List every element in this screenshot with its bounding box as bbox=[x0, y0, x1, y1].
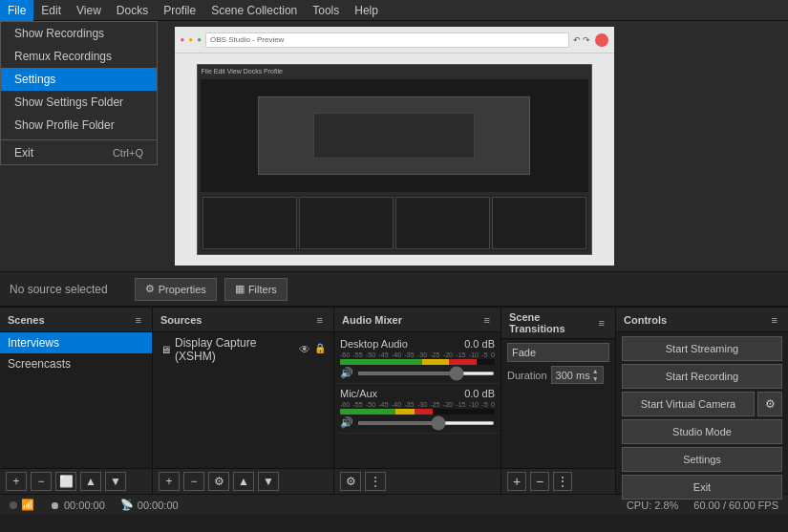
menu-view[interactable]: View bbox=[69, 0, 109, 21]
scenes-panel-config-btn[interactable]: ≡ bbox=[133, 313, 144, 327]
desktop-volume-slider[interactable] bbox=[357, 372, 495, 375]
mic-audio-bar bbox=[340, 409, 433, 415]
dropdown-show-profile-folder[interactable]: Show Profile Folder bbox=[1, 114, 157, 137]
filter-icon: ▦ bbox=[235, 283, 245, 295]
inner-obs-preview bbox=[201, 79, 588, 191]
audio-channels: Desktop Audio 0.0 dB -60-55-50-45-40-35-… bbox=[334, 332, 500, 468]
duration-down-btn[interactable]: ▼ bbox=[592, 375, 599, 382]
sources-up-btn[interactable]: ▲ bbox=[233, 472, 254, 491]
audio-panel-config-btn[interactable]: ≡ bbox=[481, 313, 493, 327]
studio-mode-button[interactable]: Studio Mode bbox=[622, 419, 782, 444]
preview-nav-btn: ↶ ↷ bbox=[573, 35, 591, 45]
scenes-list: Interviews Screencasts bbox=[0, 332, 152, 468]
audio-channel-mic: Mic/Aux 0.0 dB -60-55-50-45-40-35-30-25-… bbox=[334, 384, 500, 434]
inner-obs-panels bbox=[201, 195, 588, 251]
lock-icon[interactable]: 🔒 bbox=[314, 343, 326, 356]
cpu-usage: CPU: 2.8% bbox=[627, 500, 678, 511]
controls-config-btn[interactable]: ≡ bbox=[769, 313, 780, 327]
audio-panel-header: Audio Mixer ≡ bbox=[334, 308, 500, 332]
transition-remove-btn[interactable]: − bbox=[530, 472, 549, 491]
file-dropdown: Show Recordings Remux Recordings Setting… bbox=[0, 21, 158, 165]
sources-footer: + − ⚙ ▲ ▼ bbox=[153, 468, 333, 494]
virtual-camera-settings-btn[interactable]: ⚙ bbox=[757, 392, 782, 416]
preview-url-bar: OBS Studio - Preview bbox=[205, 32, 569, 48]
dropdown-exit[interactable]: Exit Ctrl+Q bbox=[1, 139, 157, 164]
scene-transitions-panel: Scene Transitions ≡ Fade Cut Swipe Slide… bbox=[501, 308, 616, 494]
monitor-icon: 🖥 bbox=[160, 344, 171, 355]
dropdown-remux-recordings[interactable]: Remux Recordings bbox=[1, 45, 157, 68]
network-status-dot bbox=[10, 501, 17, 509]
menu-tools[interactable]: Tools bbox=[305, 0, 347, 21]
settings-button[interactable]: Settings bbox=[622, 447, 782, 472]
scenes-filter-btn[interactable]: ⬜ bbox=[55, 472, 76, 491]
sources-down-btn[interactable]: ▼ bbox=[258, 472, 279, 491]
sources-settings-btn[interactable]: ⚙ bbox=[208, 472, 229, 491]
controls-panel-header: Controls ≡ bbox=[616, 308, 788, 332]
transition-type-select[interactable]: Fade Cut Swipe Slide bbox=[507, 343, 609, 362]
scenes-add-btn[interactable]: + bbox=[6, 472, 27, 491]
sources-panel-header: Sources ≡ bbox=[153, 308, 333, 332]
mic-mute-btn[interactable]: 🔊 bbox=[340, 416, 353, 429]
audio-channel-desktop: Desktop Audio 0.0 dB -60-55-50-45-40-35-… bbox=[334, 334, 500, 384]
properties-bar: No source selected ⚙ Properties ▦ Filter… bbox=[0, 272, 788, 307]
preview-browser-bar: ●●● OBS Studio - Preview ↶ ↷ bbox=[175, 27, 614, 53]
filters-button[interactable]: ▦ Filters bbox=[224, 278, 288, 301]
desktop-mute-btn[interactable]: 🔊 bbox=[340, 367, 353, 379]
sources-panel-config-btn[interactable]: ≡ bbox=[314, 313, 326, 327]
menu-file[interactable]: File bbox=[0, 0, 33, 21]
duration-up-btn[interactable]: ▲ bbox=[592, 368, 599, 374]
desktop-audio-meter bbox=[340, 359, 495, 365]
network-status: 📶 bbox=[10, 499, 34, 511]
recording-time-icon: ⏺ bbox=[50, 500, 60, 511]
sources-add-btn[interactable]: + bbox=[159, 472, 180, 491]
controls-buttons: Start Streaming Start Recording Start Vi… bbox=[616, 332, 788, 503]
transition-add-btn[interactable]: + bbox=[507, 472, 526, 491]
transitions-footer: + − ⋮ bbox=[501, 468, 615, 494]
menubar: File Edit View Docks Profile Scene Colle… bbox=[0, 0, 788, 21]
scenes-up-btn[interactable]: ▲ bbox=[80, 472, 101, 491]
streaming-time: 📡 00:00:00 bbox=[120, 499, 179, 511]
menu-help[interactable]: Help bbox=[347, 0, 386, 21]
transitions-panel-header: Scene Transitions ≡ bbox=[501, 308, 615, 339]
scene-item-interviews[interactable]: Interviews bbox=[0, 332, 152, 353]
scenes-down-btn[interactable]: ▼ bbox=[105, 472, 126, 491]
properties-button[interactable]: ⚙ Properties bbox=[135, 278, 217, 301]
transition-menu-btn[interactable]: ⋮ bbox=[553, 472, 572, 491]
gear-icon: ⚙ bbox=[145, 283, 155, 295]
audio-menu-btn[interactable]: ⋮ bbox=[365, 472, 386, 491]
preview-window: ●●● OBS Studio - Preview ↶ ↷ File Edit V… bbox=[175, 27, 614, 266]
menu-profile[interactable]: Profile bbox=[156, 0, 203, 21]
eye-icon[interactable]: 👁 bbox=[299, 343, 310, 356]
menu-edit[interactable]: Edit bbox=[33, 0, 69, 21]
controls-panel: Controls ≡ Start Streaming Start Recordi… bbox=[616, 308, 788, 494]
dropdown-settings[interactable]: Settings bbox=[1, 68, 157, 91]
sources-list: 🖥 Display Capture (XSHM) 👁 🔒 bbox=[153, 332, 333, 468]
sources-remove-btn[interactable]: − bbox=[183, 472, 204, 491]
dropdown-show-recordings[interactable]: Show Recordings bbox=[1, 22, 157, 45]
audio-panel-footer: ⚙ ⋮ bbox=[334, 468, 500, 494]
menu-docks[interactable]: Docks bbox=[109, 0, 156, 21]
duration-value: 300 ms bbox=[556, 370, 590, 381]
audio-settings-btn[interactable]: ⚙ bbox=[340, 472, 361, 491]
start-streaming-button[interactable]: Start Streaming bbox=[622, 336, 782, 361]
menu-scene-collection[interactable]: Scene Collection bbox=[203, 0, 305, 21]
scenes-remove-btn[interactable]: − bbox=[31, 472, 52, 491]
bottom-panel: Scenes ≡ Interviews Screencasts + − ⬜ ▲ … bbox=[0, 307, 788, 494]
start-recording-button[interactable]: Start Recording bbox=[622, 364, 782, 389]
exit-button[interactable]: Exit bbox=[622, 475, 782, 500]
recording-time: ⏺ 00:00:00 bbox=[50, 500, 105, 511]
scene-item-screencasts[interactable]: Screencasts bbox=[0, 353, 152, 374]
fps-display: 60.00 / 60.00 FPS bbox=[693, 500, 778, 511]
mic-volume-slider[interactable] bbox=[357, 421, 495, 425]
source-item-display-capture[interactable]: 🖥 Display Capture (XSHM) 👁 🔒 bbox=[153, 332, 333, 367]
mic-audio-meter bbox=[340, 409, 495, 415]
start-virtual-camera-button[interactable]: Start Virtual Camera bbox=[622, 392, 755, 416]
scenes-panel: Scenes ≡ Interviews Screencasts + − ⬜ ▲ … bbox=[0, 308, 153, 494]
preview-record-dot bbox=[595, 33, 608, 47]
dropdown-show-settings-folder[interactable]: Show Settings Folder bbox=[1, 91, 157, 114]
scenes-panel-header: Scenes ≡ bbox=[0, 308, 152, 332]
desktop-audio-bar bbox=[340, 359, 477, 365]
transitions-config-btn[interactable]: ≡ bbox=[596, 316, 607, 330]
sources-panel: Sources ≡ 🖥 Display Capture (XSHM) 👁 🔒 +… bbox=[153, 308, 334, 494]
inner-obs-window: File Edit View Docks Profile bbox=[197, 64, 592, 255]
